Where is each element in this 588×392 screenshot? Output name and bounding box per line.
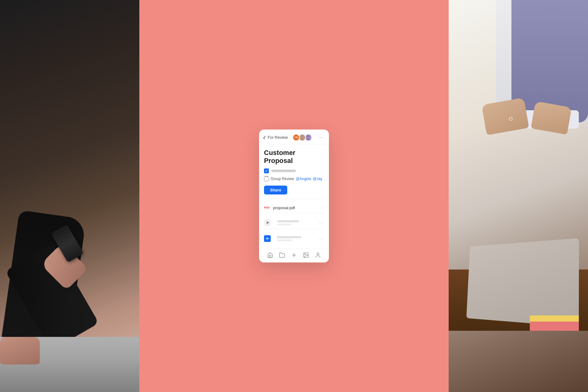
mobile-card: For Review DB — [259, 130, 329, 263]
nav-add-button[interactable] — [291, 252, 297, 258]
share-button[interactable]: Share — [264, 186, 287, 194]
mention-jay[interactable]: @Jay — [313, 177, 322, 181]
pdf-more-button[interactable]: ··· — [319, 205, 324, 210]
avatars-group: DB — [294, 134, 312, 141]
play-icon — [267, 221, 269, 224]
card-body: Customer Proposal ✓ Group Review @Angela… — [259, 145, 329, 249]
nav-gallery-button[interactable] — [303, 252, 309, 258]
more-options-button[interactable]: ··· — [318, 135, 324, 140]
svg-point-1 — [300, 138, 304, 141]
file-info-video — [264, 219, 299, 226]
center-panel: For Review DB — [139, 0, 449, 392]
card-header: For Review DB — [259, 130, 329, 145]
file-row-pdf: PDF proposal.pdf ··· — [264, 203, 324, 213]
checkbox-label-placeholder — [271, 170, 296, 172]
word-title-placeholder — [277, 236, 301, 238]
word-metadata — [277, 236, 301, 241]
divider — [264, 199, 324, 199]
ring-accessory — [508, 116, 513, 121]
back-chevron-icon — [263, 136, 266, 139]
file-row-word: W ··· — [264, 233, 324, 244]
svg-point-7 — [305, 254, 306, 255]
play-button[interactable] — [264, 219, 271, 226]
more-dots: ··· — [318, 135, 324, 140]
svg-point-3 — [306, 138, 311, 141]
avatar-db-initials: DB — [295, 136, 298, 138]
nav-folder-button[interactable] — [279, 252, 285, 258]
back-button[interactable]: For Review — [264, 135, 288, 140]
avatar-db: DB — [292, 134, 300, 141]
svg-point-2 — [307, 135, 310, 138]
video-title-placeholder — [277, 220, 299, 222]
group-review-row: Group Review @Angela @Jay — [264, 176, 324, 181]
word-icon: W — [264, 235, 271, 242]
checkbox[interactable]: ✓ — [264, 168, 269, 173]
right-book-yellow — [530, 315, 579, 322]
file-row-video: ··· — [264, 217, 324, 229]
divider-2 — [264, 213, 324, 213]
right-hand-2 — [531, 101, 572, 134]
back-label: For Review — [268, 135, 288, 140]
left-other-hand — [0, 337, 40, 364]
pdf-badge: PDF — [264, 206, 270, 209]
svg-point-8 — [317, 253, 319, 255]
right-panel — [449, 0, 588, 392]
svg-point-0 — [301, 135, 303, 138]
group-review-label: Group Review — [271, 177, 294, 181]
document-title: Customer Proposal — [264, 149, 324, 165]
word-more-button[interactable]: ··· — [319, 236, 324, 241]
checkmark-icon: ✓ — [265, 169, 268, 173]
bottom-navigation — [259, 249, 329, 262]
right-hand-1 — [481, 98, 529, 135]
video-subtitle-placeholder — [277, 224, 291, 225]
video-metadata — [277, 220, 299, 225]
file-info-word: W — [264, 235, 301, 242]
divider-3 — [264, 229, 324, 229]
checkbox-row: ✓ — [264, 168, 324, 173]
mention-angela[interactable]: @Angela — [296, 177, 311, 181]
nav-home-button[interactable] — [267, 252, 273, 258]
right-laptop — [466, 238, 579, 327]
nav-profile-button[interactable] — [315, 252, 321, 258]
left-panel — [0, 0, 139, 392]
word-subtitle-placeholder — [277, 239, 292, 241]
file-info-pdf: PDF proposal.pdf — [264, 205, 295, 210]
right-book-pink — [530, 322, 579, 331]
pdf-filename[interactable]: proposal.pdf — [273, 205, 295, 210]
left-laptop-keyboard — [0, 361, 139, 392]
right-hands-scene — [472, 98, 579, 144]
video-more-button[interactable]: ··· — [319, 220, 324, 225]
calendar-icon — [264, 176, 269, 181]
